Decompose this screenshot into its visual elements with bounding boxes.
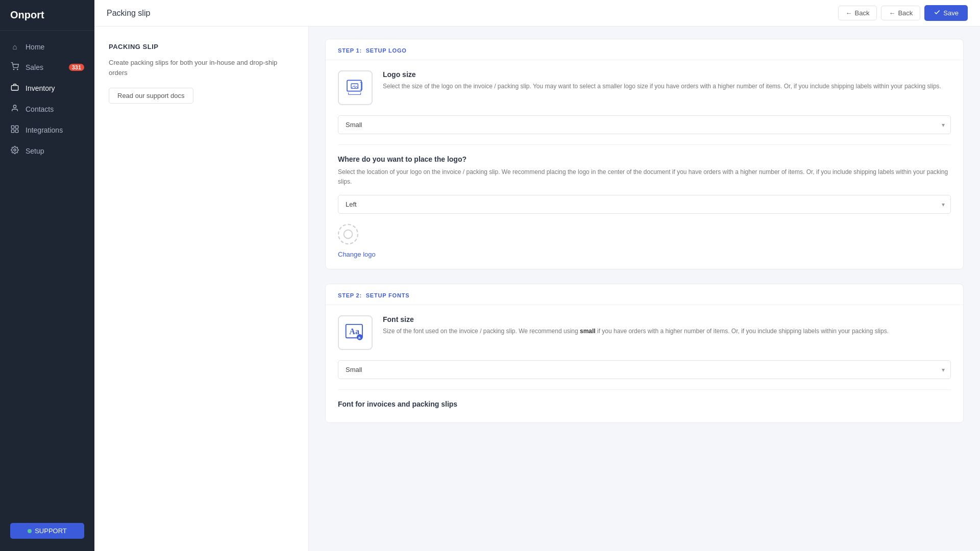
step1-prefix: STEP 1: <box>338 47 362 54</box>
back-button-2[interactable]: ← Back <box>881 6 920 20</box>
change-logo-button[interactable]: Change logo <box>338 251 376 258</box>
svg-rect-7 <box>15 130 18 132</box>
main-content: Packing slip ← Back ← Back Save PACKING … <box>94 0 980 551</box>
inventory-icon <box>10 83 19 93</box>
sidebar-item-integrations[interactable]: Integrations <box>0 119 94 140</box>
sidebar-item-home[interactable]: ⌂ Home <box>0 37 94 57</box>
font-size-icon: Aa a <box>344 321 366 344</box>
sidebar-item-contacts[interactable]: Contacts <box>0 98 94 119</box>
support-circle-icon <box>28 529 32 533</box>
topbar-actions: ← Back ← Back Save <box>838 5 968 21</box>
sidebar-item-label: Integrations <box>26 126 63 134</box>
topbar: Packing slip ← Back ← Back Save <box>94 0 980 27</box>
logo-size-info: Logo size Select the size of the logo on… <box>383 70 941 91</box>
svg-rect-5 <box>15 126 18 128</box>
save-icon <box>934 9 941 17</box>
logo-placement-title: Where do you want to place the logo? <box>338 155 951 163</box>
font-size-info: Font size Size of the font used on the i… <box>383 315 889 336</box>
sidebar-item-label: Contacts <box>26 105 54 113</box>
font-size-row: Aa a Font size Size of the font used on … <box>338 315 951 350</box>
left-section-desc: Create packing slips for both your in-ho… <box>109 58 294 78</box>
sales-badge: 331 <box>69 64 84 71</box>
font-invoices-title: Font for invoices and packing slips <box>338 400 951 408</box>
font-size-title: Font size <box>383 315 889 323</box>
step2-card: STEP 2: SETUP FONTS Aa a <box>325 284 964 423</box>
sales-icon <box>10 62 19 72</box>
logo-size-icon <box>345 78 365 98</box>
step2-prefix: STEP 2: <box>338 292 362 298</box>
app-logo[interactable]: Onport <box>0 0 94 31</box>
page-title: Packing slip <box>107 9 150 18</box>
svg-point-0 <box>13 69 14 69</box>
step2-title: SETUP FONTS <box>366 292 410 298</box>
sidebar-nav: ⌂ Home Sales 331 Inventory Contacts <box>0 31 94 515</box>
back-button-1[interactable]: ← Back <box>838 6 877 20</box>
sidebar-item-label: Inventory <box>26 84 55 92</box>
svg-text:Aa: Aa <box>349 327 359 336</box>
svg-point-18 <box>344 230 353 239</box>
svg-rect-6 <box>11 130 14 132</box>
setup-icon <box>10 146 19 156</box>
step1-title: SETUP LOGO <box>366 47 407 54</box>
left-panel: PACKING SLIP Create packing slips for bo… <box>94 27 309 551</box>
logo-placement-select[interactable]: Left Center Right <box>338 195 951 214</box>
svg-point-8 <box>14 149 16 151</box>
sidebar-item-sales[interactable]: Sales 331 <box>0 57 94 78</box>
sidebar: Onport ⌂ Home Sales 331 Inventory Contac… <box>0 0 94 551</box>
read-docs-button[interactable]: Read our support docs <box>109 88 193 104</box>
sidebar-item-setup[interactable]: Setup <box>0 140 94 161</box>
svg-text:a: a <box>358 336 361 340</box>
svg-point-3 <box>13 105 16 108</box>
left-section-title: PACKING SLIP <box>109 43 294 51</box>
step2-content: Aa a Font size Size of the font used on … <box>326 305 963 422</box>
change-logo-section: Change logo <box>338 224 951 259</box>
font-size-icon-box: Aa a <box>338 315 373 350</box>
svg-rect-2 <box>11 86 18 90</box>
sidebar-item-label: Home <box>26 43 44 51</box>
divider-2 <box>338 389 951 390</box>
contacts-icon <box>10 104 19 114</box>
logo-size-row: Logo size Select the size of the logo on… <box>338 70 951 105</box>
logo-size-select-wrapper: Small Medium Large <box>338 115 951 134</box>
logo-size-icon-box <box>338 70 373 105</box>
logo-size-select[interactable]: Small Medium Large <box>338 115 951 134</box>
sidebar-support: SUPPORT <box>0 515 94 551</box>
save-button[interactable]: Save <box>924 5 968 21</box>
step1-content: Logo size Select the size of the logo on… <box>326 60 963 269</box>
logo-placement-select-wrapper: Left Center Right <box>338 195 951 214</box>
font-size-select-wrapper: Small Medium Large <box>338 360 951 379</box>
arrow-left-icon: ← <box>846 9 852 17</box>
divider-1 <box>338 144 951 145</box>
sidebar-item-label: Sales <box>26 63 43 71</box>
right-panel: STEP 1: SETUP LOGO <box>309 27 980 551</box>
sidebar-item-label: Setup <box>26 147 44 155</box>
step2-header: STEP 2: SETUP FONTS <box>326 284 963 305</box>
logo-size-desc: Select the size of the logo on the invoi… <box>383 82 941 91</box>
home-icon: ⌂ <box>10 42 19 51</box>
step1-header: STEP 1: SETUP LOGO <box>326 39 963 60</box>
logo-size-title: Logo size <box>383 70 941 79</box>
logo-placement-desc: Select the location of your logo on the … <box>338 167 951 187</box>
step1-card: STEP 1: SETUP LOGO <box>325 39 964 269</box>
svg-rect-4 <box>11 126 14 128</box>
font-size-desc: Size of the font used on the invoice / p… <box>383 327 889 336</box>
page-body: PACKING SLIP Create packing slips for bo… <box>94 27 980 551</box>
svg-point-1 <box>17 69 18 69</box>
arrow-left-icon-2: ← <box>889 9 895 17</box>
logo-placeholder <box>338 224 358 244</box>
integrations-icon <box>10 125 19 135</box>
font-size-select[interactable]: Small Medium Large <box>338 360 951 379</box>
sidebar-item-inventory[interactable]: Inventory <box>0 78 94 98</box>
support-button[interactable]: SUPPORT <box>10 523 84 539</box>
